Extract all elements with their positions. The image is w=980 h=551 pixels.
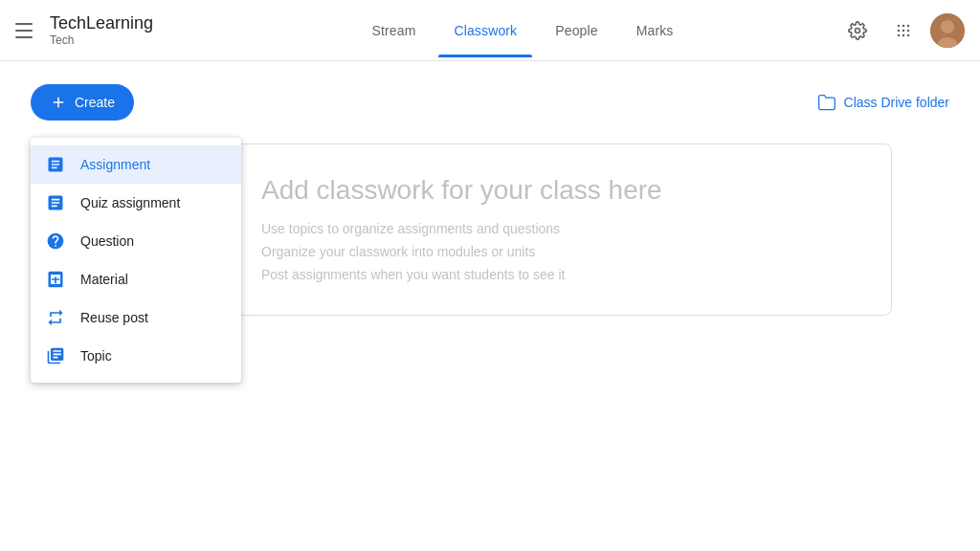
svg-point-4 [898, 29, 901, 32]
svg-point-3 [907, 24, 910, 27]
svg-point-8 [902, 33, 905, 36]
tab-stream[interactable]: Stream [356, 4, 431, 57]
menu-item-topic[interactable]: Topic [31, 337, 241, 375]
apps-button[interactable] [884, 11, 923, 50]
header: TechLearning Tech Stream Classwork Peopl… [0, 0, 980, 61]
menu-item-quiz[interactable]: Quiz assignment [31, 184, 241, 222]
drive-folder-label: Class Drive folder [844, 95, 949, 110]
menu-item-quiz-label: Quiz assignment [80, 195, 180, 210]
tab-people[interactable]: People [540, 4, 612, 57]
create-button[interactable]: Create [31, 84, 134, 121]
card-items: Use topics to organize assignments and q… [261, 221, 853, 282]
quiz-icon [46, 193, 65, 212]
svg-point-0 [856, 28, 860, 33]
header-left: TechLearning Tech [15, 13, 207, 48]
folder-icon [817, 93, 836, 112]
menu-item-reuse[interactable]: Reuse post [31, 298, 241, 337]
menu-item-assignment[interactable]: Assignment [31, 145, 241, 184]
assignment-icon [46, 155, 65, 174]
tab-marks[interactable]: Marks [621, 4, 689, 57]
svg-point-11 [941, 20, 954, 33]
svg-point-7 [898, 33, 901, 36]
menu-item-question-label: Question [80, 233, 134, 249]
menu-item-question[interactable]: Question [31, 222, 241, 260]
card-item: Post assignments when you want students … [261, 267, 853, 282]
hamburger-icon[interactable] [15, 19, 38, 42]
create-dropdown: Assignment Quiz assignment Question [31, 138, 241, 383]
topic-icon [46, 346, 65, 365]
menu-item-material[interactable]: Material [31, 260, 241, 298]
reuse-icon [46, 308, 65, 327]
plus-icon [50, 94, 67, 111]
menu-item-material-label: Material [80, 272, 128, 287]
menu-item-assignment-label: Assignment [80, 157, 150, 172]
content-card: Add classwork for your class here Use to… [222, 143, 892, 316]
menu-item-reuse-label: Reuse post [80, 310, 148, 325]
material-icon [46, 270, 65, 289]
svg-point-9 [907, 33, 910, 36]
header-right [838, 11, 965, 50]
avatar[interactable] [930, 13, 965, 48]
question-icon [46, 231, 65, 251]
svg-point-1 [898, 24, 901, 27]
nav-tabs: Stream Classwork People Marks [207, 4, 838, 57]
svg-point-6 [907, 29, 910, 32]
tab-classwork[interactable]: Classwork [438, 4, 532, 57]
create-button-label: Create [75, 95, 115, 110]
settings-button[interactable] [838, 11, 877, 50]
avatar-image [930, 13, 965, 48]
brand: TechLearning Tech [50, 13, 153, 48]
card-item: Organize your classwork into modules or … [261, 244, 853, 259]
svg-point-2 [902, 24, 905, 27]
drive-folder-link[interactable]: Class Drive folder [817, 93, 949, 112]
svg-point-5 [902, 29, 905, 32]
main-content: Create Class Drive folder Assignment [0, 61, 980, 339]
brand-sub: Tech [50, 33, 153, 47]
card-item: Use topics to organize assignments and q… [261, 221, 853, 236]
menu-item-topic-label: Topic [80, 348, 112, 364]
toolbar: Create Class Drive folder [31, 84, 949, 121]
brand-name: TechLearning [50, 13, 153, 34]
card-title: Add classwork for your class here [261, 175, 853, 206]
